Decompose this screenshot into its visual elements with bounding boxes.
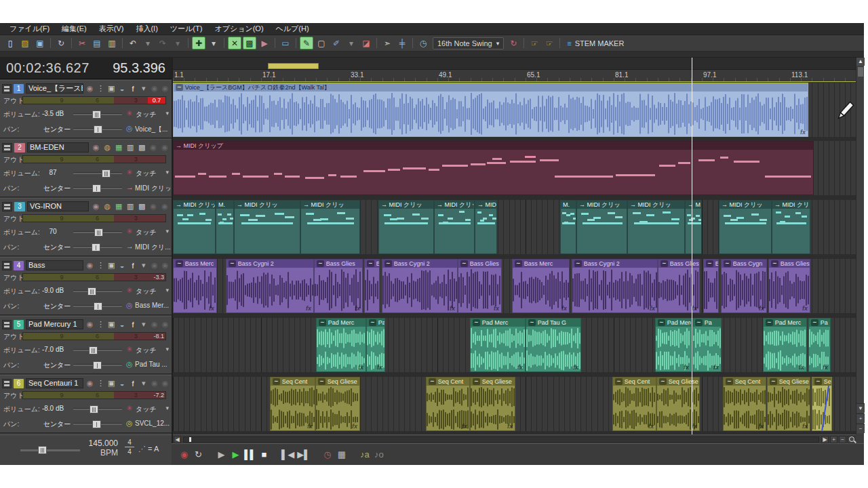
audio-clip-bass-5[interactable]: ∼Bass Gliesfx: [458, 259, 502, 313]
new-file-button[interactable]: ▯: [3, 37, 17, 49]
audio-clip-seq-3[interactable]: ∼Seq Gliesefx: [470, 377, 515, 431]
zoom-tool-button[interactable]: [848, 436, 855, 443]
fx-badge[interactable]: fx: [352, 423, 357, 430]
output-destination[interactable]: SVCL_12...: [135, 420, 170, 427]
draw-tool-button[interactable]: ✎: [300, 37, 313, 49]
audio-clip-bass-8[interactable]: ∼Bass Gliesfx: [658, 259, 700, 313]
stop-button[interactable]: ■: [258, 449, 270, 461]
audio-clip-bass-2[interactable]: ∼Bass Gliesfx: [314, 259, 363, 313]
loop-button[interactable]: ↻: [193, 449, 204, 461]
stem-maker-button[interactable]: ≡STEM MAKER: [563, 37, 628, 49]
menu-item-2[interactable]: 表示(V): [94, 23, 130, 35]
midi-clip-bm-eden-0[interactable]: → MIDI クリップ: [173, 141, 814, 195]
track-lane-bm-eden[interactable]: → MIDI クリップ: [173, 141, 856, 195]
chevron-down-icon[interactable]: ▾: [165, 110, 169, 117]
playhead[interactable]: [692, 58, 692, 434]
midi-clip-vg-iron-6[interactable]: → MID: [475, 200, 497, 254]
audio-clip-pad-7[interactable]: ∼Pafx: [808, 318, 831, 372]
midi-echo-icon[interactable]: ▦: [114, 143, 123, 152]
drum-map-icon[interactable]: ◍: [102, 202, 112, 211]
mute-tool-button[interactable]: ☞: [542, 37, 556, 49]
volume-slider[interactable]: [73, 172, 122, 174]
midi-clip-vg-iron-8[interactable]: → MIDI クリッ: [576, 200, 627, 254]
pan-slider-handle[interactable]: [92, 243, 100, 251]
zoom-in-v-button[interactable]: +: [856, 413, 865, 423]
fx-badge[interactable]: fx: [799, 364, 804, 371]
pan-value[interactable]: センター: [39, 243, 75, 252]
track-grip-icon[interactable]: [2, 320, 12, 329]
chevron-down-icon[interactable]: ▾: [165, 346, 169, 352]
send-icon[interactable]: ◉: [161, 261, 170, 270]
freeze-icon[interactable]: ▣: [107, 379, 116, 388]
fx-badge[interactable]: fx: [306, 305, 311, 312]
envelope-tool-button[interactable]: ☞: [528, 37, 541, 49]
volume-slider[interactable]: [73, 290, 122, 292]
midi-clip-vg-iron-1[interactable]: M.: [216, 200, 234, 254]
console-icon[interactable]: ◒: [118, 262, 127, 270]
audio-clip-seq-5[interactable]: ∼Seq Gliesefx: [656, 377, 700, 431]
chevron-down-icon[interactable]: ▾: [165, 405, 169, 411]
midi-clip-vg-iron-12[interactable]: → MIDI クリッ: [772, 200, 810, 254]
menu-item-5[interactable]: オプション(O): [209, 23, 269, 35]
fx-badge[interactable]: fx: [209, 305, 214, 312]
track-lane-voice[interactable]: ∼Voice_【ラースBGM】パチスロ鉄拳2nd【Walk Tal】fx: [173, 83, 856, 137]
gain-icon[interactable]: ◉: [149, 202, 158, 211]
fx-badge[interactable]: fx: [561, 305, 567, 312]
record-arm-icon[interactable]: ◉: [91, 143, 100, 152]
track-lane-vg-iron[interactable]: → MIDI クリッM.→ MIDI クリッ→ MIDI クリッ→ MIDI ク…: [173, 200, 856, 254]
send-icon[interactable]: ◉: [160, 202, 170, 211]
fx-badge[interactable]: fx: [517, 364, 523, 371]
zoom-out-h-button[interactable]: −: [839, 436, 846, 443]
fx-badge[interactable]: fx: [823, 364, 828, 371]
volume-value[interactable]: -3.5 dB: [35, 110, 71, 117]
zoom-in-h-button[interactable]: +: [830, 436, 837, 443]
audio-clip-bass-7[interactable]: ∼Bass Cygni 2fx: [572, 259, 658, 313]
menu-item-6[interactable]: ヘルプ(H): [271, 23, 315, 35]
audio-clip-bass-9[interactable]: ∼Ba: [703, 259, 719, 313]
automation-mode-label[interactable]: タッチ: [136, 346, 157, 355]
gain-icon[interactable]: ◉: [150, 84, 159, 93]
volume-slider[interactable]: [73, 349, 122, 351]
fx-bypass-icon[interactable]: f: [129, 262, 138, 270]
measure-ruler[interactable]: 1.117.133.149.165.181.197.1113.1: [173, 70, 856, 82]
brush-caret-icon[interactable]: ▾: [344, 37, 358, 49]
menu-item-4[interactable]: ツール(T): [165, 23, 208, 35]
output-destination[interactable]: MIDI クリ...: [135, 243, 170, 252]
midi-clip-vg-iron-3[interactable]: → MIDI クリッ: [300, 200, 360, 254]
bpm-value[interactable]: 145.000: [80, 439, 118, 448]
fx-badge[interactable]: fx: [462, 423, 467, 430]
audio-clip-seq-4[interactable]: ∼Seq Centfx: [612, 377, 656, 431]
fx-badge[interactable]: fx: [650, 305, 655, 312]
track-name-input[interactable]: Bass: [26, 260, 83, 270]
pan-value[interactable]: センター: [39, 184, 75, 193]
eraser-tool-button[interactable]: ◪: [359, 37, 373, 49]
audio-clip-seq-1[interactable]: ∼Seq Gliesefx: [315, 377, 360, 431]
automation-gear-icon[interactable]: ✳: [126, 109, 132, 118]
copy-button[interactable]: ▤: [90, 37, 104, 49]
fx-badge[interactable]: fx: [713, 364, 719, 371]
input-echo-icon[interactable]: ⋮: [96, 320, 105, 329]
track-header-voice_b[interactable]: 1Voice_【ラースB...◉⋮▣◒f▾◉◉アウト9630.7ボリューム:-3…: [0, 80, 172, 138]
record-arm-icon[interactable]: ◉: [85, 84, 94, 93]
horizontal-scroll-track[interactable]: [183, 436, 819, 443]
menu-item-1[interactable]: 編集(E): [56, 23, 92, 35]
scroll-left-button[interactable]: ◀: [174, 436, 181, 443]
pan-slider[interactable]: [73, 187, 122, 189]
punch-clock-button[interactable]: ◷: [321, 449, 333, 461]
record-arm-icon[interactable]: ◉: [85, 261, 94, 270]
pause-button[interactable]: ▌▌: [244, 449, 256, 461]
midi-clip-vg-iron-7[interactable]: M.: [560, 200, 576, 254]
midi-echo-icon[interactable]: ▦: [114, 202, 123, 211]
record-arm-icon[interactable]: ◉: [85, 320, 94, 329]
gain-icon[interactable]: ◉: [150, 261, 159, 270]
automation-gear-icon[interactable]: ✳: [126, 345, 132, 354]
audio-clip-bass-4[interactable]: ∼Bass Cygni 2fx: [382, 259, 458, 313]
redo-button[interactable]: ↷: [156, 37, 170, 49]
volume-slider-handle[interactable]: [87, 287, 96, 296]
tempo-slider[interactable]: [20, 449, 80, 451]
fx-badge[interactable]: fx: [307, 423, 313, 430]
volume-slider-handle[interactable]: [94, 228, 103, 237]
keyboard-icon[interactable]: ▥: [125, 202, 135, 211]
pan-value[interactable]: センター: [39, 125, 75, 134]
track-header-vg-iron[interactable]: 3VG-IRON◉◍▦▥▩◉◉アウト963ボリューム:70✳タッチ▾パン:センタ…: [0, 198, 172, 256]
